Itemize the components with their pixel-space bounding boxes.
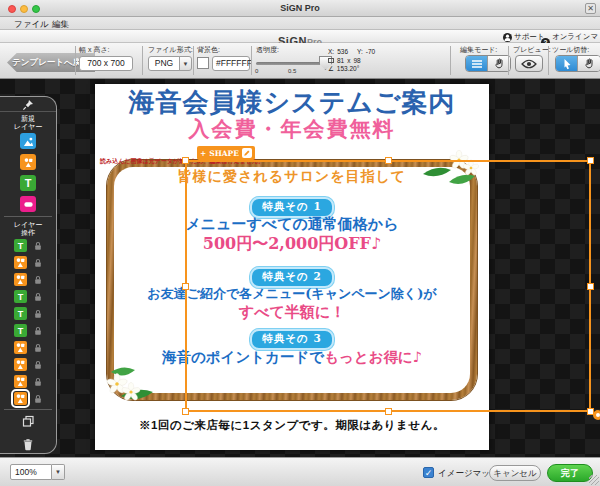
lock-icon xyxy=(34,326,42,336)
selection-handle[interactable] xyxy=(385,408,392,415)
shape-layer-icon[interactable] xyxy=(14,375,27,388)
benefit-2-text: お友達ご紹介で各メニュー(キャンペーン除く)が xyxy=(95,285,489,303)
list-icon xyxy=(471,59,483,69)
imagemap-checkbox[interactable]: ✓ xyxy=(423,467,434,478)
format-label: ファイル形式: xyxy=(148,45,193,55)
design-canvas[interactable]: 海音会員様システムご案内 入会費・年会費無料 xyxy=(95,84,489,450)
layer-row-4-text[interactable]: T xyxy=(14,290,42,303)
zoom-level-field[interactable]: 100% xyxy=(10,464,52,480)
lock-icon xyxy=(34,258,42,268)
selection-handle[interactable] xyxy=(587,408,594,415)
pin-sidebar-button[interactable] xyxy=(0,99,56,112)
text-layer-icon[interactable]: T xyxy=(14,324,27,337)
eye-icon xyxy=(521,59,537,69)
logo-bar: SiGNPro サポート ? オンラインマニュアル xyxy=(0,30,600,43)
layer-row-7-shape[interactable] xyxy=(14,341,42,354)
selection-handle[interactable] xyxy=(587,157,594,164)
layer-row-6-text[interactable]: T xyxy=(14,324,42,337)
support-link[interactable]: サポート xyxy=(503,32,545,42)
new-stamp-layer-button[interactable] xyxy=(20,196,36,212)
coord-angle: 153.20° xyxy=(337,65,359,74)
done-button[interactable]: 完了 xyxy=(547,464,593,482)
trash-icon xyxy=(22,438,34,451)
text-icon: T xyxy=(18,309,24,319)
bg-color-label: 背景色: xyxy=(197,45,220,55)
preview-label: プレビュー: xyxy=(513,45,551,55)
select-tool-button[interactable] xyxy=(556,56,578,71)
text-layer-icon[interactable]: T xyxy=(14,239,27,252)
text-icon: T xyxy=(18,241,24,251)
list-mode-button[interactable] xyxy=(466,56,488,71)
status-bar: 100% ▼ ✓ イメージマップ出力 キャンセル 完了 xyxy=(0,457,600,486)
angle-icon: ∠ xyxy=(328,65,334,74)
layer-row-5-text[interactable]: T xyxy=(14,307,42,320)
pan-mode-button[interactable] xyxy=(488,56,510,71)
canvas-workspace[interactable]: 海音会員様システムご案内 入会費・年会費無料 xyxy=(0,79,600,457)
coord-y: -70 xyxy=(366,48,375,57)
layer-row-10-shape-selected[interactable] xyxy=(14,392,42,405)
lock-icon xyxy=(34,309,42,319)
shape-icon xyxy=(15,342,26,353)
rotation-handle[interactable] xyxy=(593,410,600,420)
selection-coordinates: X:536 Y:-70 81 x98 ∠153.20° xyxy=(328,48,375,74)
zoom-dropdown-arrow-icon[interactable]: ▼ xyxy=(52,464,65,480)
hand-icon xyxy=(584,58,595,70)
canvas-size-field[interactable]: 700 x 700 xyxy=(79,56,133,71)
shape-icon xyxy=(23,157,34,168)
opacity-tick-0: 0 xyxy=(255,68,258,74)
resize-grip[interactable] xyxy=(589,475,599,485)
selection-handle[interactable] xyxy=(587,283,594,290)
lock-icon xyxy=(34,241,42,251)
coord-x: 536 xyxy=(337,48,348,57)
lock-icon xyxy=(34,360,42,370)
benefit-2-highlight: すべて半額に！ xyxy=(95,303,489,322)
text-layer-icon[interactable]: T xyxy=(14,307,27,320)
format-dropdown-arrow-icon[interactable]: ▼ xyxy=(179,56,192,71)
layer-row-8-shape[interactable] xyxy=(14,358,42,371)
design-subtitle: 入会費・年会費無料 xyxy=(95,115,489,143)
pin-icon xyxy=(22,99,34,111)
shape-layer-icon[interactable] xyxy=(14,256,27,269)
delete-layer-button[interactable] xyxy=(22,437,35,455)
shape-layer-icon[interactable] xyxy=(14,273,27,286)
new-shape-layer-button[interactable] xyxy=(20,154,36,170)
cancel-button[interactable]: キャンセル xyxy=(489,465,541,481)
layer-row-9-shape[interactable] xyxy=(14,375,42,388)
shape-icon xyxy=(15,359,26,370)
text-icon: T xyxy=(18,326,24,336)
menubar: ファイル 編集 xyxy=(0,17,600,30)
text-layer-icon[interactable]: T xyxy=(14,290,27,303)
bg-color-swatch[interactable] xyxy=(197,57,209,69)
size-label: 幅 x 高さ: xyxy=(79,45,110,55)
lock-icon xyxy=(34,343,42,353)
shape-layer-tag[interactable]: + SHAPE xyxy=(197,146,255,160)
selection-handle[interactable] xyxy=(182,408,189,415)
new-image-layer-button[interactable] xyxy=(20,133,36,149)
shape-layer-icon[interactable] xyxy=(14,392,27,405)
image-icon xyxy=(23,136,34,147)
shape-layer-icon[interactable] xyxy=(14,341,27,354)
edit-pencil-icon[interactable] xyxy=(242,148,252,158)
layer-sidebar: 新規レイヤー T レイヤー操作 TTTT xyxy=(0,96,57,454)
text-icon: T xyxy=(18,292,24,302)
shape-icon xyxy=(15,257,26,268)
hand-icon xyxy=(494,58,505,70)
file-format-select[interactable]: PNG xyxy=(148,56,180,71)
benefit-3-text: 海音のポイントカードでもっとお得に♪ xyxy=(95,348,489,367)
hand-tool-button[interactable] xyxy=(578,56,600,71)
shape-layer-icon[interactable] xyxy=(14,358,27,371)
text-icon: T xyxy=(25,177,32,189)
layer-ops-section-label: レイヤー操作 xyxy=(14,221,43,237)
tool-switch-segmented-control xyxy=(555,55,600,72)
layer-row-2-shape[interactable] xyxy=(14,256,42,269)
cursor-icon xyxy=(562,58,572,70)
new-layer-section-label: 新規レイヤー xyxy=(14,115,43,131)
layer-row-1-text[interactable]: T xyxy=(14,239,42,252)
new-text-layer-button[interactable]: T xyxy=(20,175,36,191)
opacity-slider[interactable] xyxy=(256,62,326,65)
close-icon[interactable]: ✕ xyxy=(585,3,596,14)
preview-button[interactable] xyxy=(515,55,543,72)
layer-row-3-shape[interactable] xyxy=(14,273,42,286)
bg-color-field[interactable]: #FFFFFF xyxy=(212,56,250,71)
duplicate-layer-button[interactable] xyxy=(22,414,35,432)
